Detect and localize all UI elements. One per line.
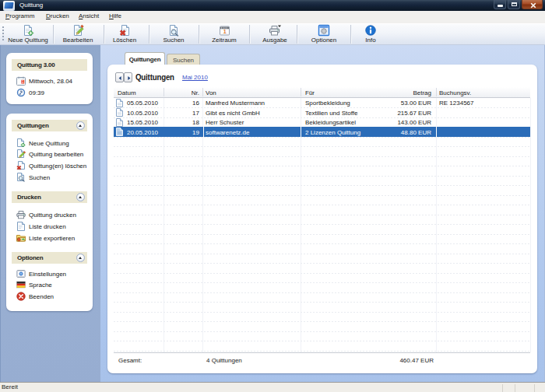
svg-text:1: 1 bbox=[223, 29, 227, 34]
